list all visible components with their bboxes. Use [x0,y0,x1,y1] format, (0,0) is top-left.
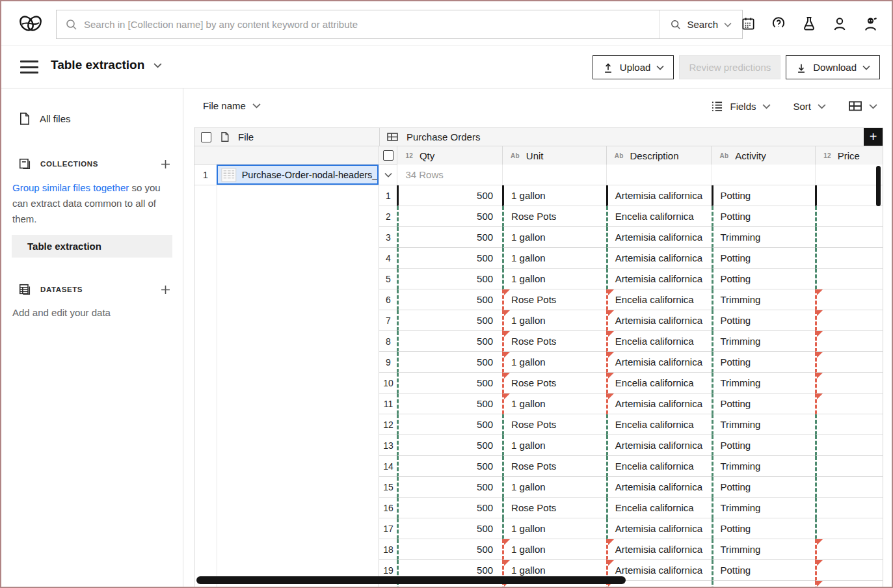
file-cell-selected[interactable]: Purchase-Order-nodal-headers_3.p [217,165,379,185]
cell-price[interactable] [815,206,883,227]
cell-qty[interactable]: 500 [397,331,502,352]
cell-description[interactable]: Encelia californica [606,289,712,310]
fields-dropdown[interactable]: Fields [711,101,771,112]
sub-row-number[interactable]: 12 [379,414,397,435]
cell-qty[interactable]: 500 [397,269,502,289]
add-column-button[interactable]: + [864,128,883,146]
cell-unit[interactable]: 1 gallon [502,394,606,414]
vertical-scrollbar[interactable] [876,166,881,206]
sub-row-number[interactable]: 10 [379,373,397,394]
help-icon[interactable] [770,15,787,32]
cell-qty[interactable]: 500 [397,394,502,414]
cell-qty[interactable]: 500 [397,518,502,539]
cell-activity[interactable]: Potting [712,185,816,206]
sub-row-number[interactable]: 1 [379,185,397,206]
cell-price[interactable] [815,248,883,269]
cell-activity[interactable]: Potting [712,269,816,289]
horizontal-scrollbar[interactable] [196,576,626,584]
cell-activity[interactable]: Potting [712,248,816,269]
cell-qty[interactable]: 500 [397,435,502,456]
sub-row-number[interactable]: 6 [379,289,397,310]
cell-unit[interactable]: 1 gallon [502,227,606,248]
cell-price[interactable] [815,373,883,394]
cell-qty[interactable]: 500 [397,310,502,331]
sub-row-number[interactable]: 5 [379,269,397,289]
select-all-rows-checkbox[interactable] [383,150,393,161]
cell-activity[interactable]: Potting [712,518,816,539]
cell-description[interactable]: Artemisia californica [606,310,712,331]
add-dataset-button[interactable] [158,282,172,297]
cell-price[interactable] [815,539,883,560]
cell-qty[interactable]: 500 [397,498,502,518]
menu-icon[interactable] [20,60,38,74]
cell-price[interactable] [815,310,883,331]
cell-unit[interactable]: 1 gallon [502,310,606,331]
sub-row-number[interactable]: 3 [379,227,397,248]
search-input[interactable] [84,19,660,30]
add-collection-button[interactable] [158,157,172,171]
sub-row-number[interactable]: 4 [379,248,397,269]
cell-activity[interactable]: Trimming [712,331,816,352]
column-header-description[interactable]: Ab Description [606,146,712,165]
cell-unit[interactable]: Rose Pots [502,331,606,352]
cell-unit[interactable]: 1 gallon [502,269,606,289]
cell-price[interactable] [815,581,883,588]
cell-unit[interactable]: 1 gallon [502,435,606,456]
search-scope-button[interactable]: Search [660,10,742,38]
cell-price[interactable] [815,394,883,414]
upload-button[interactable]: Upload [593,55,674,79]
cell-description[interactable]: Artemisia californica [606,269,712,289]
file-name-dropdown[interactable]: File name [203,100,261,111]
view-switcher-dropdown[interactable] [848,100,877,112]
cell-activity[interactable]: Trimming [712,289,816,310]
sort-dropdown[interactable]: Sort [793,101,826,112]
cell-description[interactable]: Encelia californica [606,206,712,227]
sidebar-item-table-extraction[interactable]: Table extraction [12,235,172,258]
cell-description[interactable]: Artemisia californica [606,518,712,539]
cell-activity[interactable]: Potting [712,352,816,373]
cell-unit[interactable]: Rose Pots [502,414,606,435]
cell-qty[interactable]: 500 [397,352,502,373]
sub-row-number[interactable]: 17 [379,518,397,539]
cell-activity[interactable]: Potting [712,310,816,331]
cell-activity[interactable]: Trimming [712,456,816,477]
cell-price[interactable] [815,414,883,435]
cell-qty[interactable]: 500 [397,248,502,269]
sub-row-number[interactable]: 8 [379,331,397,352]
cell-activity[interactable]: Trimming [712,581,816,588]
cell-unit[interactable]: Rose Pots [502,289,606,310]
cell-unit[interactable]: 1 gallon [502,248,606,269]
cell-activity[interactable]: Trimming [712,539,816,560]
sub-row-number[interactable]: 14 [379,456,397,477]
collection-title-dropdown[interactable]: Table extraction [51,58,162,72]
cell-unit[interactable]: Rose Pots [502,206,606,227]
cell-description[interactable]: Encelia californica [606,331,712,352]
sub-row-number[interactable]: 9 [379,352,397,373]
cell-description[interactable]: Artemisia californica [606,394,712,414]
cell-description[interactable]: Artemisia californica [606,227,712,248]
calendar-icon[interactable] [740,15,756,32]
cell-unit[interactable]: 1 gallon [502,518,606,539]
cell-activity[interactable]: Potting [712,477,816,498]
cell-description[interactable]: Artemisia californica [606,185,712,206]
sub-row-number[interactable]: 16 [379,498,397,518]
cell-description[interactable]: Artemisia californica [606,352,712,373]
cell-price[interactable] [815,518,883,539]
review-predictions-button[interactable]: Review predictions [679,55,780,79]
sub-row-number[interactable]: 18 [379,539,397,560]
sub-row-number[interactable]: 13 [379,435,397,456]
cell-qty[interactable]: 500 [397,373,502,394]
cell-unit[interactable]: 1 gallon [502,477,606,498]
column-header-unit[interactable]: Ab Unit [502,146,606,165]
select-all-checkbox[interactable] [201,132,211,142]
cell-price[interactable] [815,331,883,352]
cell-unit[interactable]: Rose Pots [502,373,606,394]
cell-qty[interactable]: 500 [397,539,502,560]
cell-qty[interactable]: 500 [397,227,502,248]
cell-qty[interactable]: 500 [397,414,502,435]
cell-description[interactable]: Artemisia californica [606,477,712,498]
flask-icon[interactable] [801,15,818,32]
cell-description[interactable]: Encelia californica [606,456,712,477]
download-button[interactable]: Download [786,55,880,79]
sub-row-number[interactable]: 2 [379,206,397,227]
